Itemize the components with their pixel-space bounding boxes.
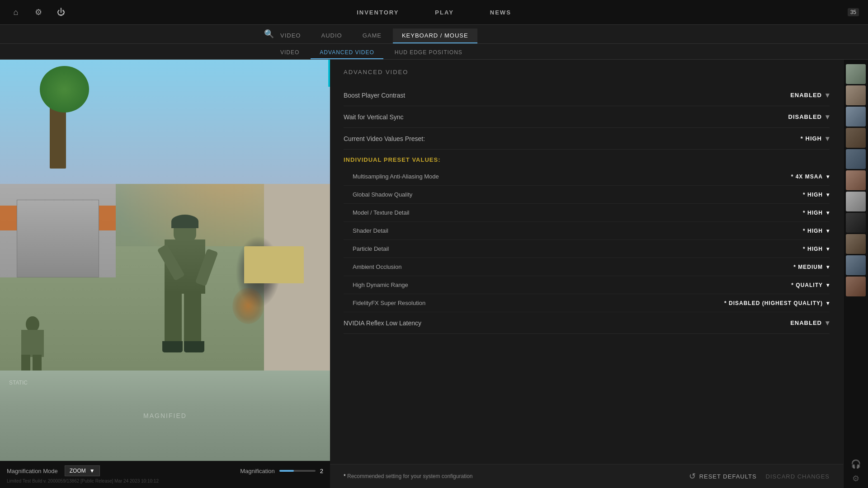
chevron-icon-10: ▾ (826, 282, 830, 288)
home-icon[interactable]: ⌂ (9, 5, 23, 19)
chevron-icon-5: ▾ (826, 192, 830, 198)
gear-icon[interactable]: ⚙ (32, 5, 45, 19)
msaa-value[interactable]: * 4X MSAA ▾ (791, 174, 830, 180)
chevron-icon-11: ▾ (826, 300, 830, 306)
cyan-accent (328, 60, 330, 87)
preview-bottom: Static Magnified (0, 371, 330, 461)
magnification-mode-value: ZOOM (70, 468, 86, 474)
settings-tabs: 🔍 VIDEO AUDIO GAME KEYBOARD / MOUSE (0, 25, 868, 44)
reset-defaults-button[interactable]: ↺ RESET DEFAULTS (689, 471, 757, 481)
sub-tab-advanced-video[interactable]: ADVANCED VIDEO (311, 47, 383, 59)
chevron-icon-4: ▾ (826, 174, 830, 180)
magnification-row: Magnification 2 (240, 468, 323, 474)
tab-video[interactable]: VIDEO (271, 28, 310, 43)
particle-detail-row: Particle Detail * HIGH ▾ (344, 240, 830, 258)
game-scene (0, 60, 330, 371)
user-level: 35 (848, 8, 859, 16)
shadow-quality-value[interactable]: * HIGH ▾ (803, 192, 830, 198)
hdr-label: High Dynamic Range (353, 282, 408, 288)
chevron-icon-2: ▾ (826, 113, 830, 121)
power-icon[interactable]: ⏻ (54, 5, 68, 19)
settings-small-icon[interactable]: ⚙ (852, 474, 859, 483)
second-soldier (17, 316, 48, 371)
msaa-label: Multisampling Anti-Aliasing Mode (353, 173, 439, 180)
nav-news[interactable]: NEWS (490, 9, 511, 16)
video-preset-value[interactable]: * HIGH ▾ (801, 134, 830, 143)
build-info: Limited Test Build v. 2000059/13862 [Pub… (7, 479, 323, 483)
video-preset-row: Current Video Values Preset: * HIGH ▾ (344, 128, 830, 150)
footer-note: * Recommended setting for your system co… (344, 473, 472, 479)
subsection-title: Individual Preset Values: (344, 150, 830, 168)
discard-changes-button[interactable]: DISCARD CHANGES (766, 473, 830, 480)
chevron-icon-9: ▾ (826, 264, 830, 270)
hdr-value[interactable]: * QUALITY ▾ (791, 282, 830, 288)
shader-detail-label: Shader Detail (353, 227, 388, 234)
tab-audio[interactable]: AUDIO (312, 28, 351, 43)
ambient-occlusion-label: Ambient Occlusion (353, 263, 401, 270)
ambient-occlusion-value[interactable]: * MEDIUM ▾ (793, 264, 830, 270)
content-row: Static Magnified Magnification Mode ZOOM… (0, 60, 868, 488)
nav-inventory[interactable]: INVENTORY (357, 9, 399, 16)
fidelityfx-row: FidelityFX Super Resolution * DISABLED (… (344, 294, 830, 312)
reset-label: RESET DEFAULTS (699, 473, 757, 480)
avatar-2[interactable] (846, 85, 866, 105)
boost-player-contrast-row: Boost Player Contrast ENABLED ▾ (344, 84, 830, 106)
controls-row: Magnification Mode ZOOM ▼ Magnification … (7, 465, 323, 476)
shadow-quality-row: Global Shadow Quality * HIGH ▾ (344, 186, 830, 204)
magnification-value: 2 (320, 468, 323, 474)
nav-play[interactable]: PLAY (435, 9, 453, 16)
avatar-3[interactable] (846, 107, 866, 127)
search-icon[interactable]: 🔍 (262, 27, 276, 41)
nvidia-reflex-value[interactable]: ENABLED ▾ (790, 319, 830, 327)
preview-top (0, 60, 330, 371)
video-preset-label: Current Video Values Preset: (344, 135, 425, 142)
magnification-mode-label: Magnification Mode (7, 468, 58, 474)
sub-tab-video[interactable]: VIDEO (271, 47, 308, 59)
magnification-mode-row: Magnification Mode ZOOM ▼ (7, 465, 100, 476)
magnified-label: Magnified (143, 412, 187, 419)
headphone-icon[interactable]: 🎧 (851, 459, 861, 469)
wait-vsync-row: Wait for Vertical Sync DISABLED ▾ (344, 106, 830, 128)
avatar-10[interactable] (846, 255, 866, 275)
wait-vsync-value[interactable]: DISABLED ▾ (788, 113, 830, 121)
magnification-label: Magnification (240, 468, 275, 474)
avatar-4[interactable] (846, 128, 866, 148)
fidelityfx-value[interactable]: * DISABLED (HIGHEST QUALITY) ▾ (724, 300, 830, 306)
settings-footer: * Recommended setting for your system co… (330, 464, 843, 488)
avatar-7[interactable] (846, 192, 866, 211)
avatar-8[interactable] (846, 213, 866, 233)
avatar-5[interactable] (846, 149, 866, 169)
avatar-6[interactable] (846, 170, 866, 190)
particle-detail-value[interactable]: * HIGH ▾ (803, 246, 830, 252)
shader-detail-value[interactable]: * HIGH ▾ (803, 228, 830, 234)
magnification-slider[interactable] (279, 470, 316, 472)
preview-controls: Magnification Mode ZOOM ▼ Magnification … (0, 461, 330, 488)
shadow-quality-label: Global Shadow Quality (353, 191, 412, 198)
particle-detail-label: Particle Detail (353, 245, 389, 252)
avatar-1[interactable] (846, 64, 866, 84)
texture-detail-value[interactable]: * HIGH ▾ (803, 210, 830, 216)
sub-tab-hud[interactable]: HUD EDGE POSITIONS (386, 47, 472, 59)
top-bar: ⌂ ⚙ ⏻ INVENTORY PLAY NEWS 35 (0, 0, 868, 25)
texture-detail-label: Model / Texture Detail (353, 209, 410, 216)
hdr-row: High Dynamic Range * QUALITY ▾ (344, 276, 830, 294)
chevron-icon-12: ▾ (826, 319, 830, 327)
app-container: ⌂ ⚙ ⏻ INVENTORY PLAY NEWS 35 🔍 VIDEO AUD… (0, 0, 868, 488)
avatar-9[interactable] (846, 234, 866, 254)
settings-right: Advanced Video Boost Player Contrast ENA… (330, 60, 843, 488)
chevron-icon-6: ▾ (826, 210, 830, 216)
tab-keyboard-mouse[interactable]: KEYBOARD / MOUSE (393, 28, 477, 43)
chevron-icon-7: ▾ (826, 228, 830, 234)
avatar-11[interactable] (846, 277, 866, 296)
dropdown-chevron: ▼ (90, 468, 95, 474)
wait-vsync-label: Wait for Vertical Sync (344, 113, 404, 121)
static-label: Static (9, 380, 28, 386)
boost-player-contrast-value[interactable]: ENABLED ▾ (790, 91, 830, 99)
ambient-occlusion-row: Ambient Occlusion * MEDIUM ▾ (344, 258, 830, 276)
right-sidebar: 🎧 ⚙ (843, 60, 868, 488)
fidelityfx-label: FidelityFX Super Resolution (353, 300, 425, 306)
magnification-mode-dropdown[interactable]: ZOOM ▼ (65, 465, 100, 476)
nvidia-reflex-row: NVIDIA Reflex Low Latency ENABLED ▾ (344, 312, 830, 334)
tab-game[interactable]: GAME (354, 28, 391, 43)
section-title: Advanced Video (344, 69, 830, 75)
